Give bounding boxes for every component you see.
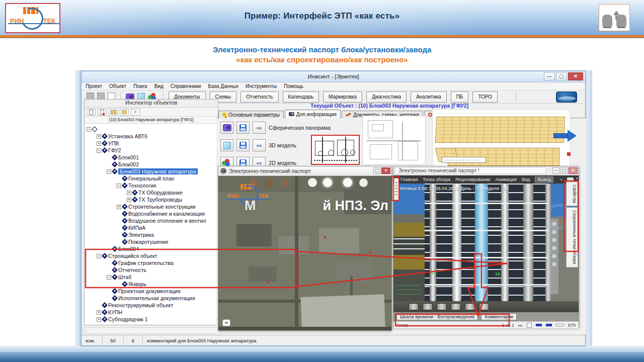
tree-node-Технология[interactable]: −Технология [85, 182, 218, 189]
ribbon-item-Главная[interactable]: Главная [400, 177, 418, 182]
tree-node-Проектная документация[interactable]: Проектная документация [85, 288, 218, 295]
tree-toggle[interactable]: + [97, 310, 101, 315]
tree-toggle[interactable]: + [97, 141, 101, 146]
tree-node-Генеральный план[interactable]: Генеральный план [85, 175, 218, 182]
tree-node-График строительства[interactable]: График строительства [85, 259, 218, 266]
tree-node-Штаб[interactable]: −Штаб [85, 274, 218, 281]
tree-node-root[interactable]: − [85, 126, 218, 133]
delete-object-button[interactable]: ✕ [131, 109, 140, 116]
map-pan-control[interactable]: ◂▸ [222, 319, 230, 326]
menu-Инструменты[interactable]: Инструменты [246, 83, 277, 89]
viewer-minimize-button[interactable]: — [552, 167, 559, 174]
tree-node-Блок004[interactable]: Блок004 [85, 245, 218, 252]
tree-node-ТХ Трубопроводы[interactable]: +ТХ Трубопроводы [85, 196, 218, 203]
tree-toggle[interactable]: − [97, 148, 101, 153]
tree-toggle[interactable]: − [97, 254, 101, 258]
tree-node-Водоснабжение и канализация[interactable]: Водоснабжение и канализация [85, 210, 218, 217]
archive-button[interactable] [120, 109, 129, 116]
comments-button[interactable]: Комментарии [481, 313, 517, 320]
drawing-thumbnail-red[interactable] [311, 135, 360, 165]
camera-icon[interactable] [567, 177, 574, 182]
tree-toggle[interactable]: − [107, 275, 111, 280]
tree-node-УПВ[interactable]: +УПВ [85, 140, 218, 147]
ribbon-item-Анимация[interactable]: Анимация [496, 177, 517, 182]
map-close-button[interactable]: ✕ [381, 167, 390, 174]
app-titlebar[interactable]: Инжсинт - [Эринтек] — ▢ ✕ [82, 71, 585, 82]
maximize-button[interactable]: ▢ [556, 72, 567, 80]
tree-toggle[interactable]: + [97, 134, 101, 139]
tree-toggle[interactable]: + [97, 317, 101, 322]
map-maximize-button[interactable]: ▢ [373, 167, 380, 174]
tree-node-КИПиА[interactable]: КИПиА [85, 224, 218, 231]
tab-properties[interactable]: Свойства [566, 182, 578, 206]
ribbon-item-Вывод[interactable]: Вывод [535, 176, 553, 183]
satellite-map[interactable]: РИН ТЕК М й НПЗ. Эл ◂▸ [218, 176, 391, 330]
close-button[interactable]: ✕ [568, 72, 583, 80]
tree-node-Блок002[interactable]: Блок002 [85, 161, 218, 168]
tree-node-Пожаротушение[interactable]: Пожаротушение [85, 238, 218, 245]
tree-node-Электрика[interactable]: Электрика [85, 231, 218, 238]
toolbar-button-ПБ[interactable]: ПБ [451, 92, 469, 103]
viewer-maximize-button[interactable]: ▢ [560, 167, 568, 174]
tree-node-Строящийся объект[interactable]: −Строящийся объект [85, 252, 218, 259]
map-window-titlebar[interactable]: Электронно-технический паспорт ▢ ✕ [218, 166, 391, 176]
ribbon-overflow[interactable]: » [559, 177, 562, 182]
yellow-layout-drawing[interactable] [432, 109, 571, 168]
new-object-button[interactable] [87, 109, 96, 116]
tree-toggle[interactable]: − [117, 184, 121, 188]
tree-node-Субподрядчик 1[interactable]: +Субподрядчик 1 [85, 316, 218, 323]
menu-Помощь[interactable]: Помощь [284, 83, 303, 89]
next-page-icon[interactable]: ▸▸ [518, 323, 523, 328]
ribbon-item-Точка обзора[interactable]: Точка обзора [423, 177, 450, 182]
ribbon-item-Вид[interactable]: Вид [522, 177, 530, 182]
viewport-side-toolbar[interactable] [550, 219, 558, 294]
tree-node-Январь[interactable]: Январь [85, 281, 218, 288]
tree-toggle[interactable]: − [87, 127, 91, 132]
model3d-link-button[interactable]: ∾ [253, 139, 266, 151]
copy-object-button[interactable] [98, 109, 107, 116]
toolbar-button-Маркировка[interactable]: Маркировка [323, 92, 362, 103]
tree-toggle[interactable]: + [127, 198, 131, 202]
menu-Справочники[interactable]: Справочники [171, 83, 201, 89]
ribbon-item-Рецензирование[interactable]: Рецензирование [455, 177, 491, 182]
open-folder-button[interactable] [109, 109, 118, 116]
toolbar-button-Аналитика[interactable]: Аналитика [411, 92, 447, 103]
toolbar-button-Отчетность[interactable]: Отчетность [240, 92, 278, 103]
toolbar-button-Календарь[interactable]: Календарь [283, 92, 319, 103]
tree-node-Реконструируемый объект[interactable]: Реконструируемый объект [85, 302, 218, 309]
menu-Объект[interactable]: Объект [109, 83, 126, 89]
tree-node-Блок001[interactable]: Блок001 [85, 154, 218, 161]
tree-node-Воздушное отопление и вентил[interactable]: Воздушное отопление и вентил [85, 217, 218, 224]
timeline-playback-button[interactable]: Шкала времени - Воспроизведение [396, 313, 478, 320]
model3d-view-button[interactable] [220, 139, 233, 151]
toolbar-button-Диагностика[interactable]: Диагностика [366, 92, 407, 103]
panorama-link-button[interactable]: ∾ [253, 122, 266, 134]
sheet-icon[interactable] [527, 323, 532, 328]
tree-node-Отчетность[interactable]: Отчетность [85, 266, 218, 274]
menu-Проект[interactable]: Проект [86, 83, 102, 89]
toolbar-button-ТОРО[interactable]: ТОРО [472, 92, 498, 103]
viewer-3d-viewport[interactable]: пятница 5:58:17 08.04.2015 День - 70 Нед… [393, 184, 579, 301]
tree-node-КУПН[interactable]: +КУПН [85, 309, 218, 316]
viewer-titlebar[interactable]: Электронно-технический паспорт ! — ▢ ✕ [393, 166, 579, 175]
tree-node-ГФУ2[interactable]: −ГФУ2 [85, 147, 218, 154]
panorama-view-button[interactable] [220, 122, 233, 134]
panorama-save-button[interactable] [236, 122, 250, 134]
scroll-left-arrow[interactable]: ‹ [85, 328, 86, 333]
tree-node-Установка АВТ6[interactable]: +Установка АВТ6 [85, 133, 218, 140]
menu-Вид[interactable]: Вид [154, 83, 164, 89]
tab-saved-viewpoints[interactable]: Сохраненные точки обзора [566, 207, 578, 267]
viewer-close-button[interactable]: ✕ [569, 167, 578, 174]
minimize-button[interactable]: — [544, 72, 555, 80]
tab-Доп.информация[interactable]: Доп.информация [285, 110, 341, 118]
tab-Основные параметры[interactable]: Основные параметры [218, 111, 284, 118]
tree-toggle[interactable]: − [107, 169, 111, 174]
tree-node-Блок003 Наружная аппаратура[interactable]: −Блок003 Наружная аппаратура [85, 168, 218, 175]
drawing-thumbnail-plan[interactable] [362, 116, 426, 165]
tree-node-Строительные конструкции[interactable]: +Строительные конструкции [85, 203, 218, 210]
tree-node-ТХ Оборудование[interactable]: +ТХ Оборудование [85, 189, 218, 196]
menu-База Данных[interactable]: База Данных [208, 83, 238, 89]
menu-Поиск[interactable]: Поиск [133, 83, 147, 89]
tree-toggle[interactable]: + [127, 191, 131, 195]
tree-node-Исполнительная документация[interactable]: Исполнительная документация [85, 295, 218, 302]
